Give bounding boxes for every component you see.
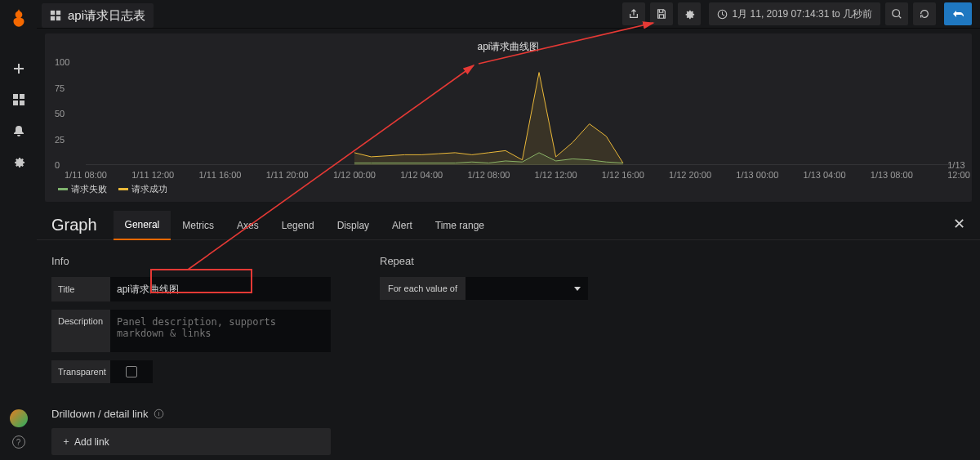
repeat-label: For each value of — [380, 277, 466, 300]
svg-rect-6 — [51, 16, 55, 20]
x-tick: 1/11 12:00 — [131, 170, 174, 180]
x-tick: 1/12 20:00 — [669, 170, 711, 180]
tab-general[interactable]: General — [114, 211, 172, 240]
share-button[interactable] — [622, 2, 645, 25]
x-tick: 1/12 08:00 — [467, 170, 510, 180]
x-tick: 1/13 08:00 — [871, 170, 913, 180]
repeat-heading: Repeat — [380, 255, 588, 267]
y-tick: 25 — [55, 135, 65, 145]
time-picker[interactable]: 1月 11, 2019 07:14:31 to 几秒前 — [709, 2, 880, 25]
y-tick: 75 — [55, 83, 65, 93]
svg-rect-2 — [13, 100, 18, 105]
help-icon[interactable]: ? — [12, 435, 25, 449]
transparent-label: Transparent — [51, 360, 110, 383]
x-tick: 1/12 16:00 — [602, 170, 644, 180]
svg-rect-0 — [13, 94, 18, 99]
svg-text:i: i — [158, 410, 159, 418]
editor-tabs: GeneralMetricsAxesLegendDisplayAlertTime… — [114, 207, 496, 239]
x-tick: 1/13 00:00 — [736, 170, 778, 180]
user-avatar[interactable] — [10, 409, 28, 427]
x-tick: 1/11 16:00 — [198, 170, 241, 180]
description-input[interactable] — [110, 310, 331, 352]
tab-legend[interactable]: Legend — [270, 212, 326, 239]
x-tick: 1/13 12:00 — [947, 160, 970, 180]
panel-type-label: Graph — [51, 216, 97, 239]
chart-area[interactable]: 02550751001/11 08:001/11 12:001/11 16:00… — [55, 57, 962, 180]
graph-panel: api请求曲线图 02550751001/11 08:001/11 12:001… — [45, 33, 972, 202]
tab-alert[interactable]: Alert — [381, 212, 424, 239]
transparent-checkbox[interactable] — [110, 360, 153, 383]
title-input[interactable] — [110, 277, 331, 301]
dashboard-title: api请求日志表 — [68, 8, 145, 24]
panel-title: api请求曲线图 — [55, 40, 962, 54]
clock-icon — [717, 9, 728, 20]
settings-button[interactable] — [678, 2, 701, 25]
svg-rect-1 — [20, 94, 24, 99]
description-label: Description — [51, 310, 110, 352]
close-editor-button[interactable]: ✕ — [953, 215, 965, 233]
y-tick: 100 — [55, 57, 69, 67]
dashboards-icon[interactable] — [12, 93, 25, 106]
repeat-select[interactable] — [466, 277, 588, 300]
svg-rect-3 — [20, 100, 24, 105]
dashboard-title-button[interactable]: api请求日志表 — [42, 3, 154, 28]
y-tick: 0 — [55, 160, 60, 170]
info-heading: Info — [51, 255, 331, 267]
title-label: Title — [51, 277, 110, 301]
dashboard-icon — [50, 10, 61, 21]
x-tick: 1/12 04:00 — [400, 170, 443, 180]
left-sidebar: ? — [0, 0, 37, 460]
svg-point-9 — [893, 10, 900, 17]
add-link-button[interactable]: ＋ Add link — [51, 428, 331, 455]
legend-item[interactable]: 请求失败 — [58, 183, 107, 195]
tab-display[interactable]: Display — [326, 212, 381, 239]
x-tick: 1/12 00:00 — [333, 170, 376, 180]
save-button[interactable] — [650, 2, 673, 25]
x-tick: 1/11 08:00 — [65, 170, 107, 180]
svg-rect-4 — [51, 11, 55, 15]
editor-header: Graph GeneralMetricsAxesLegendDisplayAle… — [37, 207, 980, 239]
y-tick: 50 — [55, 109, 65, 118]
x-tick: 1/13 04:00 — [804, 170, 846, 180]
grafana-logo[interactable] — [7, 7, 30, 29]
tab-axes[interactable]: Axes — [225, 212, 270, 239]
top-bar: api请求日志表 1月 11, 2019 07:14:31 to 几秒前 — [37, 0, 980, 29]
caret-down-icon — [573, 284, 581, 293]
refresh-button[interactable] — [913, 2, 936, 25]
info-icon: i — [154, 409, 164, 419]
tab-time-range[interactable]: Time range — [424, 212, 496, 239]
x-tick: 1/12 12:00 — [535, 170, 577, 180]
create-icon[interactable] — [12, 62, 25, 75]
time-range-text: 1月 11, 2019 07:14:31 to 几秒前 — [733, 7, 872, 21]
drilldown-heading: Drilldown / detail link i — [51, 408, 331, 420]
x-tick: 1/11 20:00 — [266, 170, 309, 180]
chart-legend: 请求失败请求成功 — [55, 180, 962, 197]
plus-icon: ＋ — [61, 435, 71, 449]
tab-metrics[interactable]: Metrics — [171, 212, 225, 239]
configuration-icon[interactable] — [12, 155, 25, 168]
zoom-out-button[interactable] — [885, 2, 908, 25]
back-button[interactable] — [944, 2, 972, 25]
legend-item[interactable]: 请求成功 — [118, 183, 167, 195]
alerting-icon[interactable] — [12, 124, 25, 137]
svg-rect-5 — [56, 11, 60, 15]
svg-rect-7 — [56, 16, 60, 20]
